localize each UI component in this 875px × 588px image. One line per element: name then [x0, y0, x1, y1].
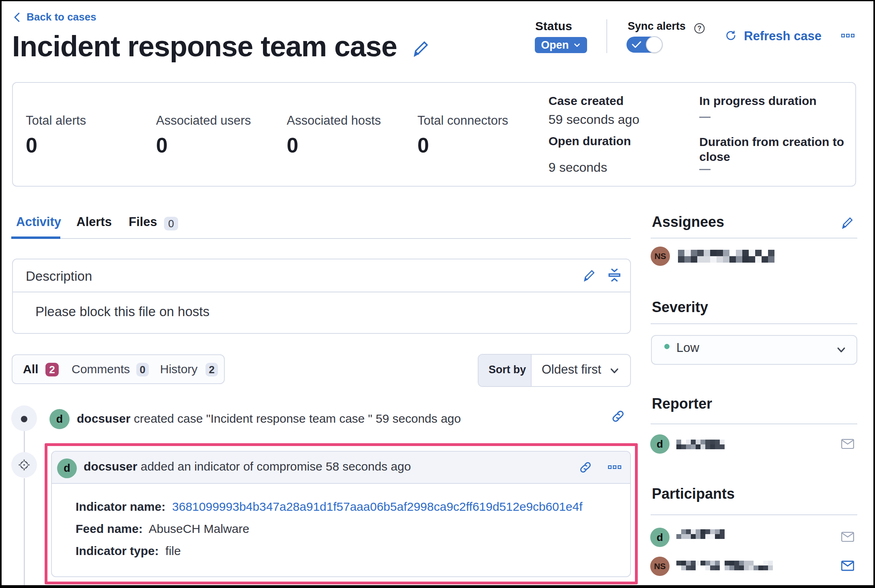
- svg-text:?: ?: [698, 25, 702, 32]
